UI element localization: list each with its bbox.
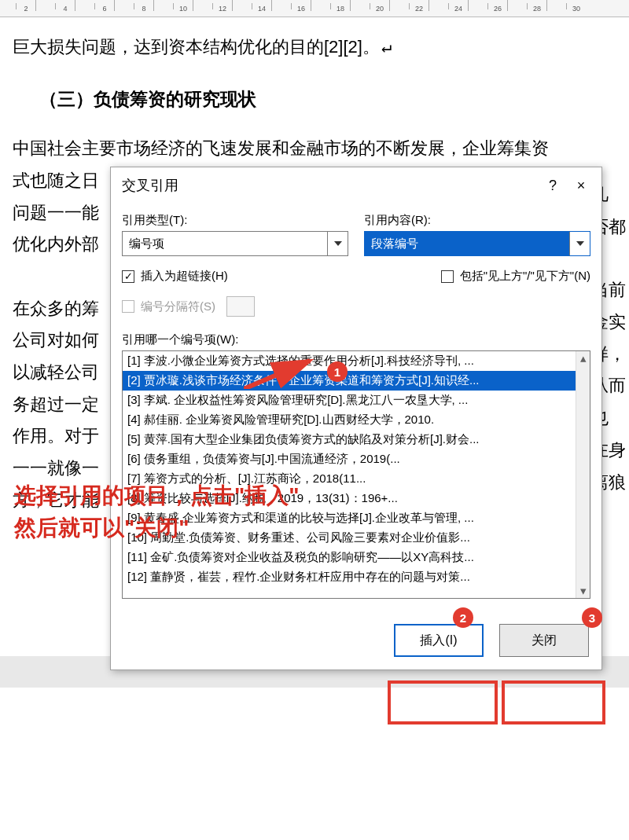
number-separator-input [226, 296, 255, 317]
ref-type-value: 编号项 [129, 237, 164, 251]
list-item[interactable]: [9] 黄春盛.企业筹资方式和渠道的比较与选择[J].企业改革与管理, ... [123, 508, 590, 528]
ref-content-select[interactable]: 段落编号 [364, 231, 590, 256]
list-item[interactable]: [7] 筹资方式的分析、[J].江苏商论，2018(11... [123, 469, 590, 489]
heading-3: （三）负债筹资的研究现状 [39, 83, 616, 116]
paragraph: 巨大损失问题，达到资本结构优化的目的[2][2]。↵ [13, 31, 616, 64]
number-separator-label: 编号分隔符(S) [141, 299, 215, 314]
numbered-items-listbox[interactable]: [1] 李波.小微企业筹资方式选择的重要作用分析[J].科技经济导刊, ...[… [122, 350, 590, 599]
list-item[interactable]: [4] 郝佳丽. 企业筹资风险管理研究[D].山西财经大学，2010. [123, 410, 590, 430]
list-item[interactable]: [12] 董静贤，崔芸，程竹.企业财务杠杆应用中存在的问题与对策... [123, 567, 590, 587]
chevron-down-icon[interactable] [327, 232, 348, 255]
close-button[interactable]: 关闭 [499, 624, 589, 657]
number-separator-checkbox [122, 300, 134, 313]
list-item[interactable]: [11] 金矿.负债筹资对企业收益及税负的影响研究——以XY高科技... [123, 548, 590, 567]
chevron-down-icon[interactable] [569, 232, 590, 255]
ref-content-value: 段落编号 [371, 237, 418, 251]
dialog-titlebar[interactable]: 交叉引用 ? × [111, 167, 601, 204]
ref-content-label: 引用内容(R): [364, 213, 590, 228]
list-item[interactable]: [8] 筹资比较与选择[J].纳税，2019，13(31)：196+... [123, 489, 590, 508]
insert-hyperlink-label: 插入为超链接(H) [141, 269, 228, 284]
close-icon[interactable]: × [567, 174, 595, 197]
horizontal-ruler: 24681012141618202224262830 [0, 0, 629, 17]
ref-type-select[interactable]: 编号项 [122, 231, 348, 256]
list-item[interactable]: [6] 债务重组，负债筹资与[J].中国流通经济，2019(... [123, 449, 590, 469]
scroll-up-icon[interactable]: ▴ [576, 351, 590, 365]
scrollbar[interactable]: ▴ ▾ [576, 351, 590, 598]
help-button[interactable]: ? [539, 174, 567, 197]
list-item[interactable]: [5] 黄萍.国有大型企业集团负债筹资方式的缺陷及对策分析[J].财会... [123, 430, 590, 449]
cross-reference-dialog: 交叉引用 ? × 引用类型(T): 编号项 引用内容(R): 段落编号 [110, 167, 602, 670]
scroll-down-icon[interactable]: ▾ [576, 584, 590, 598]
include-above-below-label: 包括"见上方"/"见下方"(N) [460, 269, 590, 284]
list-item[interactable]: [1] 李波.小微企业筹资方式选择的重要作用分析[J].科技经济导刊, ... [123, 351, 590, 371]
insert-button[interactable]: 插入(I) [394, 624, 484, 657]
dialog-title: 交叉引用 [122, 176, 539, 195]
which-item-label: 引用哪一个编号项(W): [122, 332, 590, 347]
list-item[interactable]: [10] 周勤堂.负债筹资、财务重述、公司风险三要素对企业价值影... [123, 528, 590, 548]
include-above-below-checkbox[interactable] [441, 270, 454, 283]
list-item[interactable]: [3] 李斌. 企业权益性筹资风险管理研究[D].黑龙江八一农垦大学, ... [123, 391, 590, 410]
insert-hyperlink-checkbox[interactable]: ✓ [122, 270, 134, 283]
ref-type-label: 引用类型(T): [122, 213, 348, 228]
list-item[interactable]: [2] 贾冰璇.浅谈市场经济条件下企业筹资渠道和筹资方式[J].知识经... [123, 371, 590, 391]
